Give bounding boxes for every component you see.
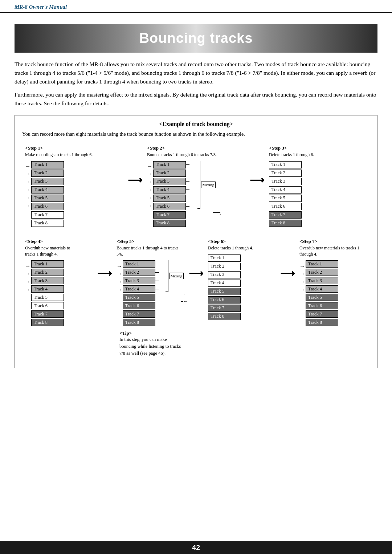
step7-desc: Overdub new materials to tracks 1 throug… — [299, 245, 367, 257]
step7-col: <Step 7> Overdub new materials to tracks… — [297, 239, 370, 327]
track-row: Track 1 — [306, 260, 338, 268]
track-row: Track 5 — [153, 195, 186, 202]
track-row: Track 3 — [208, 271, 241, 278]
tip-text: In this step, you can make bouncing whil… — [119, 336, 184, 357]
track-row: Track 2 — [31, 269, 64, 276]
track-row: Track 7 — [31, 211, 64, 219]
track-row: Track 6 — [306, 302, 338, 309]
track-row: Track 4 — [208, 280, 241, 287]
step5-arrows-in: → → → → — [117, 262, 122, 324]
track-row: Track 3 — [306, 277, 338, 284]
track-row: Track 8 — [208, 313, 241, 320]
track-row: Track 7 — [269, 211, 302, 219]
track-row: Track 1 — [123, 260, 155, 268]
step5-desc: Bounce tracks 1 through 4 to tracks 5/6. — [117, 245, 184, 257]
example-intro: You can record more than eight materials… — [22, 130, 370, 138]
track-row: Track 4 — [153, 186, 186, 194]
step2-desc: Bounce tracks 1 through 6 to tracks 7/8. — [147, 152, 245, 158]
step6-col: <Step 6> Delete tracks 1 through 4. Trac… — [205, 239, 278, 321]
step2-output-arrows: ↓ — [213, 209, 222, 222]
track-row: Track 1 — [153, 161, 186, 168]
step4-label: <Step 4> — [25, 239, 93, 244]
step7-label: <Step 7> — [299, 239, 367, 244]
big-arrow-6-7: ⟶ — [278, 268, 297, 280]
step1-tracks: → → → → → → Track 1 Track 2 Track 3 Trac… — [25, 161, 123, 228]
example-title: <Example of track bouncing> — [22, 121, 370, 127]
header-title: MR-8 Owner's Manual — [15, 4, 67, 10]
track-row: Track 4 — [269, 186, 302, 194]
body-paragraph2: Furthermore, you can apply the mastering… — [0, 90, 392, 108]
track-row: Track 3 — [123, 277, 155, 284]
track-row: Track 6 — [123, 302, 155, 309]
page-title: Bouncing tracks — [29, 30, 363, 46]
step2-track-list: Track 1 Track 2 Track 3 Track 4 Track 5 … — [153, 161, 189, 227]
track-row: Track 2 — [208, 263, 241, 270]
step4-col: <Step 4> Overdub new materials totracks … — [22, 239, 95, 327]
steps-row-2: <Step 4> Overdub new materials totracks … — [22, 239, 370, 357]
track-row: Track 8 — [269, 220, 302, 227]
step1-label: <Step 1> — [25, 145, 123, 151]
track-row: Track 7 — [306, 310, 338, 318]
step6-label: <Step 6> — [208, 239, 275, 244]
step5-tracks: → → → → Track 1 Track 2 Track 3 — [117, 260, 184, 327]
track-row: Track 3 — [31, 277, 64, 284]
track-row: Track 5 — [269, 195, 302, 202]
step3-desc: Delete tracks 1 through 6. — [269, 152, 367, 158]
page-number: 42 — [192, 543, 200, 552]
track-row: Track 4 — [31, 186, 64, 194]
track-row: Track 4 — [31, 285, 64, 293]
step3-col: <Step 3> Delete tracks 1 through 6. Trac… — [266, 145, 370, 228]
big-arrow-5-6: ⟶ — [187, 268, 205, 280]
track-row: Track 1 — [31, 260, 64, 268]
steps-row-1: <Step 1> Make recordings to tracks 1 thr… — [22, 145, 370, 228]
track-row: Track 1 — [208, 254, 241, 262]
track-row: Track 3 — [31, 178, 64, 185]
track-row: Track 7 — [31, 310, 64, 318]
step5-mixing-bracket: Mixing — [166, 260, 184, 292]
track-row: Track 6 — [31, 302, 64, 309]
track-row: Track 8 — [306, 319, 338, 326]
header: MR-8 Owner's Manual — [0, 0, 392, 13]
page-title-banner: Bouncing tracks — [15, 24, 377, 53]
track-row: Track 8 — [153, 220, 186, 227]
track-row: Track 3 — [153, 178, 186, 185]
track-row: Track 2 — [306, 269, 338, 276]
track-row: Track 3 — [269, 178, 302, 185]
step4-desc: Overdub new materials totracks 1 through… — [25, 245, 93, 257]
track-row: Track 4 — [306, 285, 338, 293]
step2-track-wrapper: Track 1 Track 2 Track 3 Track 4 Track 5 … — [153, 161, 189, 228]
track-row: Track 5 — [306, 294, 338, 301]
step2-col: <Step 2> Bounce tracks 1 through 6 to tr… — [144, 145, 248, 228]
track-row: Track 8 — [123, 319, 155, 326]
step3-track-list: Track 1 Track 2 Track 3 Track 4 Track 5 … — [269, 161, 367, 227]
step4-tracks: → → → → Track 1 Track 2 Track 3 Track 4 … — [25, 260, 93, 327]
track-row: Track 7 — [208, 305, 241, 312]
step4-track-list: Track 1 Track 2 Track 3 Track 4 Track 5 … — [31, 260, 64, 327]
track-row: Track 6 — [269, 203, 302, 210]
body-paragraph1: The track bounce function of the MR-8 al… — [0, 60, 392, 86]
step1-desc: Make recordings to tracks 1 through 6. — [25, 152, 123, 158]
tip-box: <Tip> In this step, you can make bouncin… — [119, 330, 184, 357]
track-row: Track 6 — [153, 203, 186, 210]
track-row: Track 2 — [31, 170, 64, 177]
mixing-bracket: Mixing — [197, 161, 216, 209]
track-row: Track 7 — [153, 211, 186, 219]
big-arrow-4-5: ⟶ — [95, 268, 114, 280]
track-row: Track 7 — [123, 310, 155, 318]
step7-arrows-in: → → → → — [299, 262, 305, 324]
track-row: Track 5 — [31, 294, 64, 301]
track-row: Track 2 — [153, 170, 186, 177]
track-row: Track 6 — [31, 203, 64, 210]
step5-label: <Step 5> — [117, 239, 184, 244]
track-row: Track 1 — [269, 161, 302, 168]
track-row: Track 1 — [31, 161, 64, 168]
step6-desc: Delete tracks 1 through 4. — [208, 245, 275, 251]
track-row: Track 8 — [31, 319, 64, 326]
track-row: Track 2 — [123, 269, 155, 276]
step2-label: <Step 2> — [147, 145, 245, 151]
track-row: Track 6 — [208, 296, 241, 304]
step1-col: <Step 1> Make recordings to tracks 1 thr… — [22, 145, 126, 228]
footer: 42 — [0, 541, 392, 554]
step1-track-list: Track 1 Track 2 Track 3 Track 4 Track 5 … — [31, 161, 64, 228]
step5-track-list: Track 1 Track 2 Track 3 Track 4 Track 5 … — [123, 260, 159, 326]
